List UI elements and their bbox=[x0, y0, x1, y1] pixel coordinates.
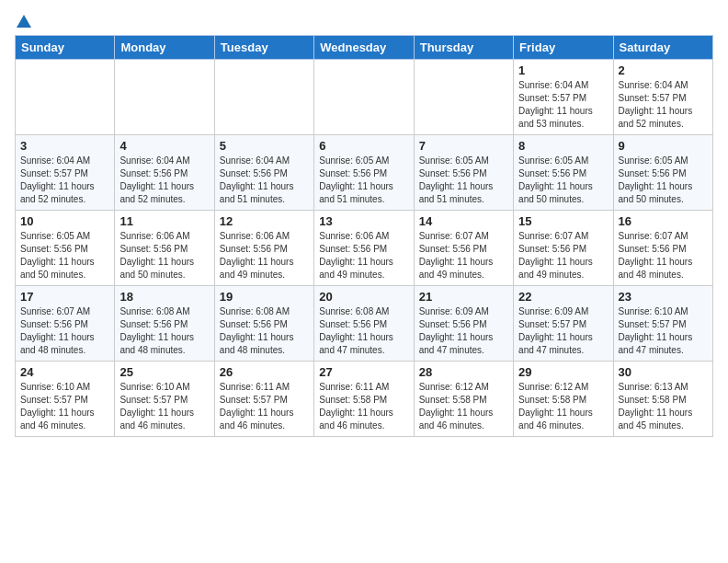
day-number: 7 bbox=[419, 139, 508, 153]
day-info: Sunrise: 6:10 AM Sunset: 5:57 PM Dayligh… bbox=[119, 381, 209, 432]
day-number: 5 bbox=[220, 139, 309, 153]
day-info: Sunrise: 6:10 AM Sunset: 5:57 PM Dayligh… bbox=[619, 305, 708, 357]
day-info: Sunrise: 6:04 AM Sunset: 5:56 PM Dayligh… bbox=[220, 155, 309, 206]
calendar-cell: 15Sunrise: 6:07 AM Sunset: 5:56 PM Dayli… bbox=[514, 211, 613, 286]
calendar-cell bbox=[16, 60, 115, 135]
calendar-cell bbox=[214, 60, 313, 135]
calendar-cell: 25Sunrise: 6:10 AM Sunset: 5:57 PM Dayli… bbox=[115, 362, 214, 437]
calendar-cell: 1Sunrise: 6:04 AM Sunset: 5:57 PM Daylig… bbox=[514, 60, 613, 135]
day-info: Sunrise: 6:13 AM Sunset: 5:58 PM Dayligh… bbox=[619, 381, 708, 432]
calendar-cell: 5Sunrise: 6:04 AM Sunset: 5:56 PM Daylig… bbox=[214, 135, 313, 211]
calendar-week-2: 3Sunrise: 6:04 AM Sunset: 5:57 PM Daylig… bbox=[16, 135, 713, 211]
day-number: 24 bbox=[20, 365, 109, 379]
day-info: Sunrise: 6:04 AM Sunset: 5:57 PM Dayligh… bbox=[20, 155, 109, 206]
calendar-cell: 26Sunrise: 6:11 AM Sunset: 5:57 PM Dayli… bbox=[214, 362, 313, 437]
day-number: 13 bbox=[319, 214, 408, 228]
day-info: Sunrise: 6:08 AM Sunset: 5:56 PM Dayligh… bbox=[119, 305, 209, 357]
calendar-cell: 19Sunrise: 6:08 AM Sunset: 5:56 PM Dayli… bbox=[214, 286, 313, 362]
day-number: 6 bbox=[319, 139, 408, 153]
day-info: Sunrise: 6:06 AM Sunset: 5:56 PM Dayligh… bbox=[220, 230, 309, 282]
day-number: 8 bbox=[518, 139, 608, 153]
calendar-cell: 16Sunrise: 6:07 AM Sunset: 5:56 PM Dayli… bbox=[613, 211, 712, 286]
day-info: Sunrise: 6:04 AM Sunset: 5:57 PM Dayligh… bbox=[619, 79, 708, 131]
calendar-table: SundayMondayTuesdayWednesdayThursdayFrid… bbox=[15, 35, 713, 437]
calendar-week-5: 24Sunrise: 6:10 AM Sunset: 5:57 PM Dayli… bbox=[16, 362, 713, 437]
day-info: Sunrise: 6:07 AM Sunset: 5:56 PM Dayligh… bbox=[20, 305, 109, 357]
logo-triangle bbox=[17, 15, 31, 28]
day-number: 11 bbox=[119, 214, 209, 228]
calendar-cell: 18Sunrise: 6:08 AM Sunset: 5:56 PM Dayli… bbox=[115, 286, 214, 362]
calendar-cell: 11Sunrise: 6:06 AM Sunset: 5:56 PM Dayli… bbox=[115, 211, 214, 286]
calendar-cell bbox=[115, 60, 214, 135]
day-number: 25 bbox=[119, 365, 209, 379]
calendar-cell: 6Sunrise: 6:05 AM Sunset: 5:56 PM Daylig… bbox=[314, 135, 414, 211]
day-info: Sunrise: 6:11 AM Sunset: 5:57 PM Dayligh… bbox=[220, 381, 309, 432]
day-info: Sunrise: 6:12 AM Sunset: 5:58 PM Dayligh… bbox=[518, 381, 608, 432]
calendar-cell bbox=[414, 60, 513, 135]
calendar-cell: 23Sunrise: 6:10 AM Sunset: 5:57 PM Dayli… bbox=[613, 286, 712, 362]
calendar-header-tuesday: Tuesday bbox=[214, 36, 313, 60]
day-number: 21 bbox=[419, 290, 508, 304]
calendar-header-wednesday: Wednesday bbox=[314, 36, 414, 60]
day-info: Sunrise: 6:04 AM Sunset: 5:57 PM Dayligh… bbox=[518, 79, 608, 131]
day-number: 9 bbox=[619, 139, 708, 153]
day-number: 20 bbox=[319, 290, 408, 304]
calendar-week-4: 17Sunrise: 6:07 AM Sunset: 5:56 PM Dayli… bbox=[16, 286, 713, 362]
day-info: Sunrise: 6:07 AM Sunset: 5:56 PM Dayligh… bbox=[619, 230, 708, 282]
calendar-cell: 29Sunrise: 6:12 AM Sunset: 5:58 PM Dayli… bbox=[514, 362, 613, 437]
calendar-cell: 28Sunrise: 6:12 AM Sunset: 5:58 PM Dayli… bbox=[414, 362, 513, 437]
calendar-cell: 22Sunrise: 6:09 AM Sunset: 5:57 PM Dayli… bbox=[514, 286, 613, 362]
day-number: 15 bbox=[518, 214, 608, 228]
calendar-cell: 4Sunrise: 6:04 AM Sunset: 5:56 PM Daylig… bbox=[115, 135, 214, 211]
day-number: 28 bbox=[419, 365, 508, 379]
calendar-header-monday: Monday bbox=[115, 36, 214, 60]
day-info: Sunrise: 6:05 AM Sunset: 5:56 PM Dayligh… bbox=[518, 155, 608, 206]
calendar-cell bbox=[314, 60, 414, 135]
calendar-cell: 8Sunrise: 6:05 AM Sunset: 5:56 PM Daylig… bbox=[514, 135, 613, 211]
calendar-cell: 14Sunrise: 6:07 AM Sunset: 5:56 PM Dayli… bbox=[414, 211, 513, 286]
day-info: Sunrise: 6:05 AM Sunset: 5:56 PM Dayligh… bbox=[20, 230, 109, 282]
day-number: 17 bbox=[20, 290, 109, 304]
day-info: Sunrise: 6:07 AM Sunset: 5:56 PM Dayligh… bbox=[419, 230, 508, 282]
day-number: 22 bbox=[518, 290, 608, 304]
day-number: 23 bbox=[619, 290, 708, 304]
day-number: 3 bbox=[20, 139, 109, 153]
day-number: 1 bbox=[518, 63, 608, 77]
day-info: Sunrise: 6:08 AM Sunset: 5:56 PM Dayligh… bbox=[220, 305, 309, 357]
day-number: 26 bbox=[220, 365, 309, 379]
day-number: 12 bbox=[220, 214, 309, 228]
day-number: 29 bbox=[518, 365, 608, 379]
calendar-cell: 17Sunrise: 6:07 AM Sunset: 5:56 PM Dayli… bbox=[16, 286, 115, 362]
day-info: Sunrise: 6:05 AM Sunset: 5:56 PM Dayligh… bbox=[319, 155, 408, 206]
calendar-header-friday: Friday bbox=[514, 36, 613, 60]
day-number: 16 bbox=[619, 214, 708, 228]
calendar-header-row: SundayMondayTuesdayWednesdayThursdayFrid… bbox=[16, 36, 713, 60]
calendar-header-saturday: Saturday bbox=[613, 36, 712, 60]
calendar-cell: 9Sunrise: 6:05 AM Sunset: 5:56 PM Daylig… bbox=[613, 135, 712, 211]
day-info: Sunrise: 6:08 AM Sunset: 5:56 PM Dayligh… bbox=[319, 305, 408, 357]
calendar-cell: 10Sunrise: 6:05 AM Sunset: 5:56 PM Dayli… bbox=[16, 211, 115, 286]
calendar-cell: 21Sunrise: 6:09 AM Sunset: 5:56 PM Dayli… bbox=[414, 286, 513, 362]
day-info: Sunrise: 6:05 AM Sunset: 5:56 PM Dayligh… bbox=[419, 155, 508, 206]
calendar-cell: 2Sunrise: 6:04 AM Sunset: 5:57 PM Daylig… bbox=[613, 60, 712, 135]
day-info: Sunrise: 6:06 AM Sunset: 5:56 PM Dayligh… bbox=[119, 230, 209, 282]
day-info: Sunrise: 6:04 AM Sunset: 5:56 PM Dayligh… bbox=[119, 155, 209, 206]
day-info: Sunrise: 6:06 AM Sunset: 5:56 PM Dayligh… bbox=[319, 230, 408, 282]
day-number: 19 bbox=[220, 290, 309, 304]
day-number: 18 bbox=[119, 290, 209, 304]
calendar-cell: 24Sunrise: 6:10 AM Sunset: 5:57 PM Dayli… bbox=[16, 362, 115, 437]
day-info: Sunrise: 6:05 AM Sunset: 5:56 PM Dayligh… bbox=[619, 155, 708, 206]
day-info: Sunrise: 6:09 AM Sunset: 5:57 PM Dayligh… bbox=[518, 305, 608, 357]
calendar-cell: 20Sunrise: 6:08 AM Sunset: 5:56 PM Dayli… bbox=[314, 286, 414, 362]
day-number: 30 bbox=[619, 365, 708, 379]
calendar-header-thursday: Thursday bbox=[414, 36, 513, 60]
day-number: 14 bbox=[419, 214, 508, 228]
calendar-header-sunday: Sunday bbox=[16, 36, 115, 60]
day-info: Sunrise: 6:10 AM Sunset: 5:57 PM Dayligh… bbox=[20, 381, 109, 432]
day-info: Sunrise: 6:07 AM Sunset: 5:56 PM Dayligh… bbox=[518, 230, 608, 282]
day-info: Sunrise: 6:12 AM Sunset: 5:58 PM Dayligh… bbox=[419, 381, 508, 432]
day-number: 2 bbox=[619, 63, 708, 77]
calendar-cell: 13Sunrise: 6:06 AM Sunset: 5:56 PM Dayli… bbox=[314, 211, 414, 286]
calendar-cell: 27Sunrise: 6:11 AM Sunset: 5:58 PM Dayli… bbox=[314, 362, 414, 437]
calendar-cell: 12Sunrise: 6:06 AM Sunset: 5:56 PM Dayli… bbox=[214, 211, 313, 286]
